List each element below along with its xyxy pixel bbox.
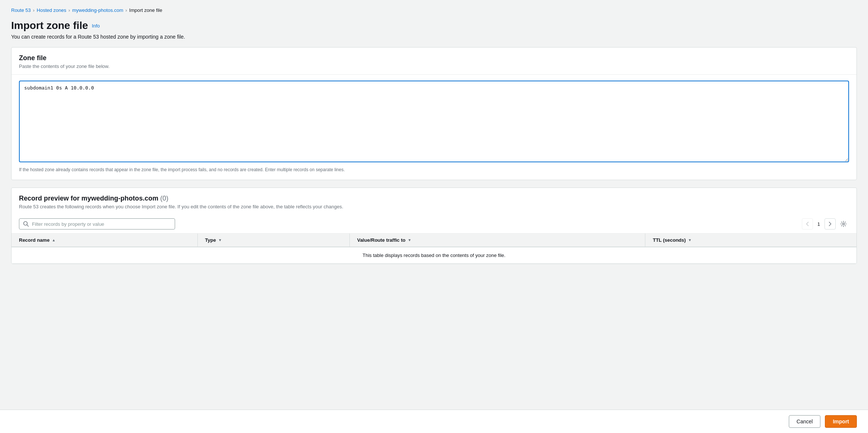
breadcrumb-current: Import zone file bbox=[129, 7, 162, 13]
settings-icon bbox=[840, 221, 847, 227]
zone-file-panel-header: Zone file Paste the contents of your zon… bbox=[12, 48, 856, 75]
record-preview-desc: Route 53 creates the following records w… bbox=[19, 204, 849, 209]
pagination-prev-button[interactable] bbox=[802, 218, 813, 229]
record-preview-panel: Record preview for mywedding-photos.com … bbox=[11, 188, 857, 264]
zone-file-panel: Zone file Paste the contents of your zon… bbox=[11, 47, 857, 180]
svg-point-2 bbox=[843, 223, 845, 225]
page-description: You can create records for a Route 53 ho… bbox=[11, 34, 857, 40]
breadcrumb-separator-3: › bbox=[126, 8, 127, 13]
breadcrumb-separator-1: › bbox=[33, 8, 35, 13]
zone-file-panel-subtitle: Paste the contents of your zone file bel… bbox=[19, 64, 849, 69]
col-header-value[interactable]: Value/Route traffic to ▼ bbox=[349, 234, 645, 247]
zone-file-hint: If the hosted zone already contains reco… bbox=[19, 167, 849, 172]
filter-bar: 1 bbox=[12, 215, 856, 234]
col-header-type[interactable]: Type ▼ bbox=[197, 234, 349, 247]
filter-input-wrapper bbox=[19, 218, 175, 229]
filter-records-input[interactable] bbox=[32, 221, 171, 227]
cancel-button[interactable]: Cancel bbox=[789, 415, 821, 428]
breadcrumb-link-hosted-zones[interactable]: Hosted zones bbox=[37, 7, 67, 13]
pagination-page-number: 1 bbox=[815, 221, 822, 227]
zone-file-panel-title: Zone file bbox=[19, 54, 849, 62]
table-settings-button[interactable] bbox=[838, 218, 849, 229]
zone-file-textarea[interactable]: subdomain1 0s A 10.0.0.0 bbox=[19, 81, 849, 162]
col-header-ttl[interactable]: TTL (seconds) ▼ bbox=[645, 234, 856, 247]
records-table: Record name ▲ Type ▼ Value/Route traffic… bbox=[12, 234, 856, 264]
pagination-controls: 1 bbox=[802, 218, 849, 229]
import-button[interactable]: Import bbox=[825, 415, 857, 428]
svg-line-1 bbox=[27, 225, 29, 227]
zone-file-panel-body: subdomain1 0s A 10.0.0.0 If the hosted z… bbox=[12, 75, 856, 180]
breadcrumb-link-route53[interactable]: Route 53 bbox=[11, 7, 31, 13]
sort-icon-ttl: ▼ bbox=[688, 238, 692, 242]
page-title: Import zone file bbox=[11, 20, 88, 32]
breadcrumb: Route 53 › Hosted zones › mywedding-phot… bbox=[11, 7, 857, 13]
breadcrumb-link-domain[interactable]: mywedding-photos.com bbox=[72, 7, 123, 13]
info-link[interactable]: Info bbox=[92, 23, 100, 29]
chevron-right-icon bbox=[829, 222, 832, 226]
page-header: Import zone file Info You can create rec… bbox=[11, 20, 857, 40]
record-preview-panel-header: Record preview for mywedding-photos.com … bbox=[12, 188, 856, 215]
record-preview-title: Record preview for mywedding-photos.com … bbox=[19, 195, 849, 202]
table-empty-message: This table displays records based on the… bbox=[12, 247, 856, 264]
records-table-head: Record name ▲ Type ▼ Value/Route traffic… bbox=[12, 234, 856, 247]
sort-icon-type: ▼ bbox=[218, 238, 222, 242]
pagination-next-button[interactable] bbox=[825, 218, 836, 229]
col-header-record-name[interactable]: Record name ▲ bbox=[12, 234, 197, 247]
search-icon bbox=[23, 221, 29, 227]
records-table-body: This table displays records based on the… bbox=[12, 247, 856, 264]
breadcrumb-separator-2: › bbox=[68, 8, 70, 13]
chevron-left-icon bbox=[806, 222, 809, 226]
sort-icon-record-name: ▲ bbox=[52, 238, 55, 242]
footer-bar: Cancel Import bbox=[0, 410, 868, 433]
sort-icon-value: ▼ bbox=[408, 238, 412, 242]
